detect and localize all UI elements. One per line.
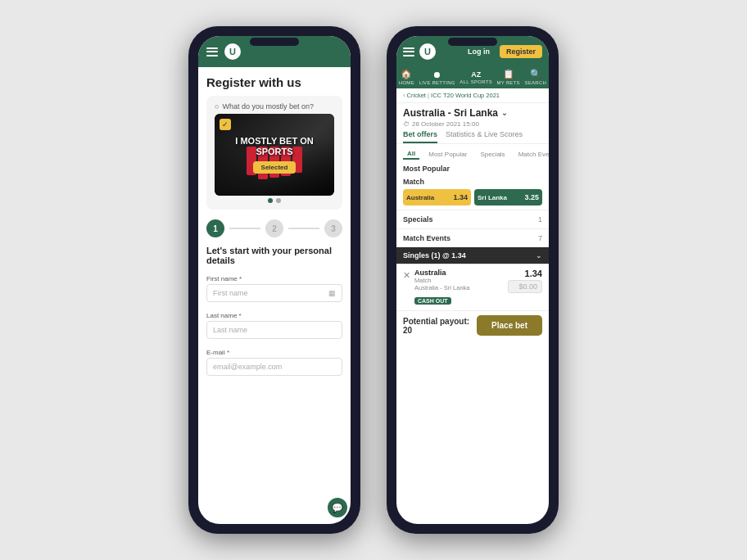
potential-payout: Potential payout: 20	[403, 317, 469, 335]
tab-bet-offers[interactable]: Bet offers	[403, 130, 437, 143]
breadcrumb: ‹ Cricket | ICC T20 World Cup 2021	[396, 88, 549, 103]
allsports-icon: AZ	[471, 70, 481, 79]
tab-stats[interactable]: Statistics & Live Scores	[446, 130, 523, 143]
unibet-logo-right: U	[419, 43, 436, 60]
payout-value: 20	[403, 326, 469, 335]
left-phone-notch	[250, 38, 299, 46]
bet-odds-input: 1.34 $0.00	[508, 269, 542, 293]
step-3: 3	[324, 219, 342, 237]
bet-stake-input[interactable]: $0.00	[508, 280, 542, 293]
match-title: Australia - Sri Lanka ⌄	[403, 107, 542, 119]
match-events-count: 7	[538, 234, 542, 242]
right-hamburger-icon[interactable]	[403, 47, 414, 56]
hamburger-icon[interactable]	[206, 47, 218, 56]
nav-tab-allsports[interactable]: AZ ALL SPORTS	[460, 70, 492, 84]
question-label: What do you mostly bet on?	[215, 102, 334, 111]
specials-row[interactable]: Specials 1	[396, 210, 549, 228]
bet-odds-value: 1.34	[525, 269, 542, 278]
first-name-label: First name *	[206, 275, 342, 282]
right-phone-screen: U Log in Register 🏠 HOME ⏺ LIVE BETTING …	[396, 36, 549, 524]
breadcrumb-sport: Cricket	[407, 92, 426, 99]
nav-tab-search[interactable]: 🔍 SEARCH	[524, 69, 546, 85]
bet-slip-body: ✕ Australia Match Australia - Sri Lanka …	[396, 264, 549, 310]
filter-all[interactable]: All	[403, 148, 419, 160]
bet-team: Australia	[414, 269, 504, 277]
nav-tab-home[interactable]: 🏠 HOME	[399, 69, 414, 85]
bet-slip-chevron-icon[interactable]: ⌄	[536, 251, 542, 260]
dot-1	[268, 198, 273, 203]
register-title: Register with us	[206, 75, 342, 89]
carousel-item-sports[interactable]: ✓ I MOSTLY BET ONSPORTS Selected	[215, 114, 334, 196]
step-1: 1	[206, 219, 224, 237]
match-header: Australia - Sri Lanka ⌄ ⏱ 28 October 202…	[396, 103, 549, 130]
carousel-dots	[215, 198, 334, 203]
right-content: ‹ Cricket | ICC T20 World Cup 2021 Austr…	[396, 88, 549, 524]
calendar-icon: ▦	[328, 289, 336, 297]
bet-tabs: Bet offers Statistics & Live Scores	[396, 130, 549, 144]
last-name-group: Last name * Last name	[206, 312, 342, 339]
match-chevron-icon[interactable]: ⌄	[501, 109, 508, 117]
mybets-icon: 📋	[503, 69, 514, 79]
right-phone: U Log in Register 🏠 HOME ⏺ LIVE BETTING …	[387, 26, 559, 534]
nav-search-label: SEARCH	[524, 80, 546, 85]
chat-button[interactable]: 💬	[328, 498, 347, 517]
checkmark-badge: ✓	[220, 119, 231, 130]
personal-details-title: Let's start with your personal details	[206, 246, 342, 265]
match-events-row[interactable]: Match Events 7	[396, 228, 549, 247]
nav-tab-mybets[interactable]: 📋 MY BETS	[497, 69, 520, 85]
filter-most-popular[interactable]: Most Popular	[424, 149, 471, 160]
home-icon: 🏠	[401, 69, 412, 79]
first-name-placeholder: First name	[213, 289, 248, 297]
search-icon: 🔍	[530, 69, 541, 79]
question-box: What do you mostly bet on?	[206, 96, 342, 210]
left-phone: U Register with us What do you mostly be…	[188, 26, 360, 534]
payout-label: Potential payout:	[403, 317, 469, 326]
last-name-input[interactable]: Last name	[206, 321, 342, 339]
bet-carousel[interactable]: ✓ I MOSTLY BET ONSPORTS Selected	[215, 114, 334, 196]
email-input[interactable]: email@example.com	[206, 358, 342, 376]
email-placeholder: email@example.com	[213, 363, 282, 371]
cash-out-badge: CASH OUT	[414, 297, 451, 305]
bet-close-icon[interactable]: ✕	[403, 270, 410, 281]
email-label: E-mail *	[206, 349, 342, 356]
first-name-group: First name * First name ▦	[206, 275, 342, 302]
odds-australia[interactable]: Australia 1.34	[403, 189, 471, 205]
last-name-placeholder: Last name	[213, 326, 247, 334]
nav-tab-live[interactable]: ⏺ LIVE BETTING	[419, 70, 455, 85]
login-button[interactable]: Log in	[461, 45, 496, 58]
filter-specials[interactable]: Specials	[476, 149, 509, 160]
right-header-actions: Log in Register	[441, 45, 542, 58]
filter-match-events[interactable]: Match Events	[514, 149, 549, 160]
match-section-title: Match	[403, 178, 542, 186]
filter-tabs: All Most Popular Specials Match Events ›	[396, 144, 549, 162]
bet-slip-header[interactable]: Singles (1) @ 1.34 ⌄	[396, 247, 549, 264]
bet-type: Match	[414, 277, 504, 284]
specials-label: Specials	[403, 215, 433, 224]
match-title-text: Australia - Sri Lanka	[403, 107, 498, 119]
australia-odds: 1.34	[453, 193, 468, 201]
step-line-1	[229, 228, 260, 229]
bet-slip-title: Singles (1) @ 1.34	[403, 251, 466, 260]
match-section: Match Australia 1.34 Sri Lanka 3.25	[396, 175, 549, 210]
selected-button[interactable]: Selected	[253, 161, 297, 174]
breadcrumb-event: ICC T20 World Cup 2021	[431, 92, 500, 99]
match-time: ⏱ 28 October 2021 15:00	[403, 120, 542, 128]
odds-srilanka[interactable]: Sri Lanka 3.25	[474, 189, 542, 205]
nav-mybets-label: MY BETS	[497, 80, 520, 85]
nav-live-label: LIVE BETTING	[419, 80, 455, 85]
unibet-logo-left: U	[224, 43, 241, 60]
left-phone-screen: U Register with us What do you mostly be…	[198, 36, 351, 524]
last-name-label: Last name *	[206, 312, 342, 319]
register-button[interactable]: Register	[500, 45, 542, 58]
nav-allsports-label: ALL SPORTS	[460, 79, 492, 84]
place-bet-button[interactable]: Place bet	[477, 315, 542, 336]
match-events-label: Match Events	[403, 234, 450, 242]
specials-count: 1	[538, 215, 542, 224]
email-group: E-mail * email@example.com	[206, 349, 342, 376]
first-name-input[interactable]: First name ▦	[206, 284, 342, 302]
nav-tabs: 🏠 HOME ⏺ LIVE BETTING AZ ALL SPORTS 📋 MY…	[396, 67, 549, 88]
step-2: 2	[265, 219, 283, 237]
bet-slip: Singles (1) @ 1.34 ⌄ ✕ Australia Match A…	[396, 247, 549, 310]
srilanka-label: Sri Lanka	[478, 194, 507, 201]
nav-home-label: HOME	[399, 80, 414, 85]
